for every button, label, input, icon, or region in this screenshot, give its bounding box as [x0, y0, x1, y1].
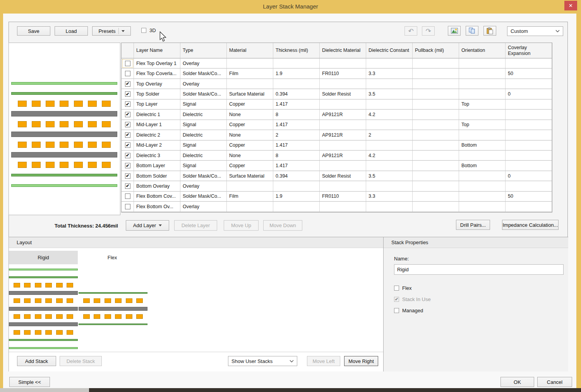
- table-cell[interactable]: [320, 140, 366, 151]
- table-cell[interactable]: [227, 181, 273, 191]
- table-row[interactable]: ✔Top OverlayOverlay: [122, 79, 552, 89]
- row-checkbox-cell[interactable]: ✔: [122, 89, 134, 99]
- table-cell[interactable]: [506, 99, 552, 110]
- row-checkbox-cell[interactable]: ✔: [122, 99, 134, 110]
- table-cell[interactable]: 50: [506, 68, 552, 79]
- layer-visible-checkbox[interactable]: ✔: [125, 81, 130, 87]
- table-cell[interactable]: [273, 181, 320, 191]
- table-cell[interactable]: Solder Resist: [320, 89, 366, 99]
- table-cell[interactable]: Mid-Layer 2: [134, 140, 180, 151]
- table-cell[interactable]: [273, 79, 320, 89]
- column-header[interactable]: Coverlay Expansion: [506, 43, 552, 58]
- table-row[interactable]: ✔Bottom OverlayOverlay: [122, 181, 552, 191]
- table-cell[interactable]: Solder Mask/Co...: [180, 192, 227, 202]
- table-cell[interactable]: [506, 181, 552, 191]
- layer-visible-checkbox[interactable]: ✔: [125, 132, 130, 138]
- table-cell[interactable]: [459, 192, 506, 202]
- table-cell[interactable]: [366, 161, 413, 171]
- table-cell[interactable]: [459, 171, 506, 181]
- table-cell[interactable]: [366, 181, 413, 191]
- row-checkbox-cell[interactable]: ✔: [122, 171, 134, 181]
- column-header[interactable]: Orientation: [459, 43, 506, 58]
- table-cell[interactable]: Overlay: [180, 202, 227, 212]
- column-header[interactable]: Type: [180, 43, 227, 58]
- flex-checkbox[interactable]: [394, 286, 399, 291]
- table-cell[interactable]: [320, 58, 366, 68]
- table-cell[interactable]: 0.394: [273, 171, 320, 181]
- row-checkbox-cell[interactable]: ✔: [122, 151, 134, 161]
- table-cell[interactable]: Bottom: [459, 161, 506, 171]
- table-row[interactable]: ✔Dielectric 2DielectricNone2AP9121R2: [122, 130, 552, 140]
- table-cell[interactable]: 8: [273, 151, 320, 161]
- table-cell[interactable]: Top: [459, 120, 506, 130]
- table-cell[interactable]: [506, 58, 552, 68]
- table-cell[interactable]: [320, 181, 366, 191]
- table-cell[interactable]: 1.417: [273, 120, 320, 130]
- table-cell[interactable]: FR0110: [320, 68, 366, 79]
- table-cell[interactable]: Overlay: [180, 79, 227, 89]
- cancel-button[interactable]: Cancel: [537, 377, 572, 387]
- table-cell[interactable]: [413, 181, 459, 191]
- table-cell[interactable]: [413, 140, 459, 151]
- table-cell[interactable]: None: [227, 110, 273, 120]
- row-checkbox-cell[interactable]: ✔: [122, 79, 134, 89]
- table-cell[interactable]: [413, 89, 459, 99]
- table-cell[interactable]: 1.9: [273, 68, 320, 79]
- row-checkbox-cell[interactable]: [122, 192, 134, 202]
- table-row[interactable]: ✔Bottom SolderSolder Mask/Co...Surface M…: [122, 171, 552, 181]
- table-cell[interactable]: 1.417: [273, 161, 320, 171]
- table-cell[interactable]: [413, 99, 459, 110]
- column-header[interactable]: Material: [227, 43, 273, 58]
- table-cell[interactable]: [413, 110, 459, 120]
- table-cell[interactable]: [506, 140, 552, 151]
- table-row[interactable]: Flex Top Coverla...Solder Mask/Co...Film…: [122, 68, 552, 79]
- add-stack-button[interactable]: Add Stack: [17, 356, 56, 366]
- table-cell[interactable]: [413, 161, 459, 171]
- table-cell[interactable]: None: [227, 151, 273, 161]
- table-cell[interactable]: [413, 120, 459, 130]
- table-cell[interactable]: [413, 58, 459, 68]
- move-up-button[interactable]: Move Up: [224, 220, 259, 231]
- table-cell[interactable]: Bottom Solder: [134, 171, 180, 181]
- table-cell[interactable]: Copper: [227, 161, 273, 171]
- 3d-checkbox[interactable]: [141, 28, 146, 33]
- table-cell[interactable]: Signal: [180, 120, 227, 130]
- table-cell[interactable]: [366, 79, 413, 89]
- table-cell[interactable]: Flex Bottom Cov...: [134, 192, 180, 202]
- table-row[interactable]: Flex Top Overlay 1Overlay: [122, 58, 552, 68]
- layer-visible-checkbox[interactable]: ✔: [125, 112, 130, 117]
- table-cell[interactable]: [413, 192, 459, 202]
- table-cell[interactable]: [506, 151, 552, 161]
- table-cell[interactable]: 4.2: [366, 110, 413, 120]
- table-cell[interactable]: Dielectric: [180, 151, 227, 161]
- table-cell[interactable]: Film: [227, 192, 273, 202]
- table-cell[interactable]: [413, 202, 459, 212]
- table-cell[interactable]: 0: [506, 171, 552, 181]
- layer-visible-checkbox[interactable]: ✔: [125, 122, 130, 127]
- table-cell[interactable]: [506, 110, 552, 120]
- table-row[interactable]: Flex Bottom Cov...Solder Mask/Co...Film1…: [122, 192, 552, 202]
- table-cell[interactable]: Signal: [180, 140, 227, 151]
- table-cell[interactable]: Top Overlay: [134, 79, 180, 89]
- table-row[interactable]: Flex Bottom Ov...Overlay: [122, 202, 552, 212]
- table-cell[interactable]: Film: [227, 68, 273, 79]
- column-header[interactable]: Dielectric Material: [320, 43, 366, 58]
- presets-button[interactable]: Presets: [92, 26, 131, 36]
- table-cell[interactable]: 0: [506, 89, 552, 99]
- table-cell[interactable]: 1.417: [273, 140, 320, 151]
- table-cell[interactable]: 1.9: [273, 192, 320, 202]
- row-checkbox-cell[interactable]: ✔: [122, 181, 134, 191]
- add-layer-button[interactable]: Add Layer: [126, 220, 169, 231]
- table-row[interactable]: ✔Dielectric 1DielectricNone8AP9121R4.2: [122, 110, 552, 120]
- table-cell[interactable]: 3.3: [366, 192, 413, 202]
- table-cell[interactable]: [413, 151, 459, 161]
- table-cell[interactable]: Dielectric 3: [134, 151, 180, 161]
- table-cell[interactable]: FR0110: [320, 192, 366, 202]
- table-row[interactable]: ✔Top SolderSolder Mask/Co...Surface Mate…: [122, 89, 552, 99]
- layer-visible-checkbox[interactable]: ✔: [125, 153, 130, 158]
- table-cell[interactable]: Bottom Layer: [134, 161, 180, 171]
- table-cell[interactable]: [506, 120, 552, 130]
- table-cell[interactable]: 1.417: [273, 99, 320, 110]
- table-cell[interactable]: [459, 79, 506, 89]
- simple-toggle-button[interactable]: Simple <<: [9, 377, 50, 387]
